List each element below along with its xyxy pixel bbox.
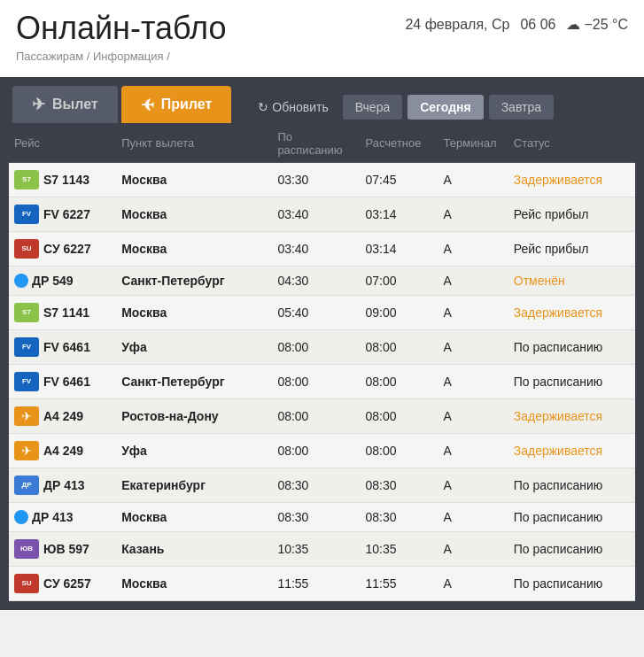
tomorrow-button[interactable]: Завтра [489,95,554,120]
flight-number: S7 1141 [43,305,89,320]
col-header-scheduled: По расписанию [272,123,360,163]
flight-cell: ЮВ ЮВ 597 [9,531,116,566]
estimated-cell: 10:35 [361,531,438,566]
estimated-cell: 03:14 [361,197,438,231]
flight-cell: S7 S7 1143 [9,162,116,197]
flight-number: СУ 6227 [43,242,91,256]
table-row: S7 S7 1141 Москва 05:40 09:00 A Задержив… [9,295,635,329]
origin-cell: Москва [116,197,272,231]
temperature: −25 °C [584,17,628,33]
origin-cell: Москва [116,566,272,600]
table-row: ✈ A4 249 Уфа 08:00 08:00 A Задерживается [9,433,635,468]
tabs-group: ✈ Вылет ✈ Прилет [12,86,231,123]
arrival-icon: ✈ [141,95,154,114]
airline-logo: SU [14,574,39,593]
scheduled-cell: 08:00 [272,329,360,364]
status-badge: Задерживается [514,444,602,458]
table-row: ДР 549 Санкт-Петербург 04:30 07:00 A Отм… [9,266,635,295]
flight-number: FV 6461 [43,375,90,389]
weather-icon: ☁ [566,16,580,33]
table-row: S7 S7 1143 Москва 03:30 07:45 A Задержив… [9,162,635,197]
terminal-cell: A [438,502,508,531]
airline-logo: FV [14,205,39,224]
flight-number: A4 249 [43,409,83,423]
scheduled-cell: 03:30 [272,162,360,197]
origin-cell: Екатеринбург [116,468,272,502]
status-cell: Задерживается [508,433,635,468]
status-cell: По расписанию [508,502,635,531]
scheduled-cell: 03:40 [272,231,360,266]
status-badge: По расписанию [514,576,603,591]
date-time-row: 24 февраля, Ср 06 06 ☁ −25 °C [405,16,628,33]
flight-number: S7 1143 [43,173,89,187]
tomorrow-label: Завтра [501,100,541,114]
estimated-cell: 08:30 [361,468,438,502]
arrival-label: Прилет [161,97,213,112]
departure-label: Вылет [52,97,98,112]
flight-number: ДР 549 [32,274,74,288]
terminal-cell: A [438,566,508,600]
flight-number: ЮВ 597 [43,542,89,556]
estimated-cell: 07:00 [361,266,438,295]
breadcrumb: Пассажирам / Информация / [16,46,226,72]
refresh-icon: ↻ [258,100,268,114]
origin-cell: Москва [116,162,272,197]
weather-display: ☁ −25 °C [566,16,628,33]
terminal-cell: A [438,468,508,502]
flight-number: FV 6227 [43,207,90,221]
table-row: ✈ A4 249 Ростов-на-Дону 08:00 08:00 A За… [9,398,635,433]
status-cell: Задерживается [508,295,635,329]
status-badge: Рейс прибыл [514,207,589,221]
yesterday-button[interactable]: Вчера [343,95,403,120]
time-display: 06 06 [520,17,555,33]
scheduled-cell: 08:00 [272,398,360,433]
flight-cell: ДР ДР 413 [9,468,116,502]
date-display: 24 февраля, Ср [405,17,509,33]
table-row: FV FV 6227 Москва 03:40 03:14 A Рейс при… [9,197,635,231]
flight-cell: SU СУ 6227 [9,231,116,266]
table-row: FV FV 6461 Санкт-Петербург 08:00 08:00 A… [9,364,635,398]
airline-logo: ✈ [14,406,39,426]
airline-logo: FV [14,372,39,391]
flight-cell: FV FV 6461 [9,364,116,398]
flight-number: СУ 6257 [43,576,91,591]
flight-number: FV 6461 [43,340,90,354]
scheduled-cell: 03:40 [272,197,360,231]
header-right: 24 февраля, Ср 06 06 ☁ −25 °C [405,11,628,33]
today-button[interactable]: Сегодня [407,95,483,120]
terminal-cell: A [438,231,508,266]
table-header-row: Рейс Пункт вылета По расписанию Расчетно… [9,123,635,163]
estimated-cell: 08:00 [361,329,438,364]
col-header-estimated: Расчетное [361,123,438,163]
status-badge: По расписанию [514,510,603,524]
airline-logo: FV [14,337,39,357]
scheduled-cell: 08:30 [272,502,360,531]
flight-number: ДР 413 [32,510,74,524]
flight-cell: ДР 413 [9,502,116,531]
refresh-button[interactable]: ↻ Обновить [249,95,337,120]
origin-cell: Ростов-на-Дону [116,398,272,433]
table-row: ЮВ ЮВ 597 Казань 10:35 10:35 A По распис… [9,531,635,566]
origin-cell: Казань [116,531,272,566]
scheduled-cell: 05:40 [272,295,360,329]
estimated-cell: 08:30 [361,502,438,531]
table-row: SU СУ 6227 Москва 03:40 03:14 A Рейс при… [9,231,635,266]
terminal-cell: A [438,295,508,329]
airline-dot-icon [14,510,28,524]
terminal-cell: A [438,266,508,295]
scheduled-cell: 04:30 [272,266,360,295]
tab-departure[interactable]: ✈ Вылет [12,86,118,123]
status-cell: Отменён [508,266,635,295]
scheduled-cell: 08:30 [272,468,360,502]
status-cell: По расписанию [508,531,635,566]
tab-arrival[interactable]: ✈ Прилет [121,86,232,123]
status-badge: По расписанию [514,375,603,389]
table-row: FV FV 6461 Уфа 08:00 08:00 A По расписан… [9,329,635,364]
origin-cell: Санкт-Петербург [116,266,272,295]
flight-number: ДР 413 [43,478,85,492]
estimated-cell: 03:14 [361,231,438,266]
airline-logo: SU [14,239,39,259]
status-badge: По расписанию [514,542,603,556]
origin-cell: Москва [116,295,272,329]
refresh-label: Обновить [272,100,328,114]
